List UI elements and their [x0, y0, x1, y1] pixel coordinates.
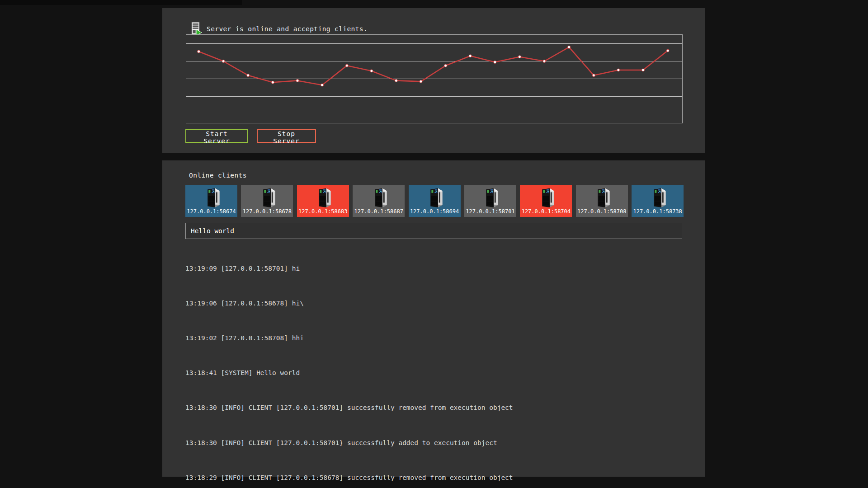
- client-tile-58674[interactable]: 127.0.0.1:58674: [185, 185, 237, 217]
- client-tile-58738[interactable]: 127.0.0.1:58738: [632, 185, 684, 217]
- log-line: 13:18:41 [SYSTEM] Hello world: [185, 369, 513, 377]
- start-server-button[interactable]: Start Server: [185, 129, 248, 143]
- client-address: 127.0.0.1:58704: [522, 208, 571, 215]
- computer-tower-icon: [591, 187, 612, 208]
- line-chart-canvas: [186, 35, 682, 123]
- online-clients-heading: Online clients: [189, 172, 247, 179]
- computer-tower-icon: [201, 187, 222, 208]
- computer-tower-icon: [647, 187, 668, 208]
- server-log: 13:19:09 [127.0.0.1:58701] hi 13:19:06 […: [185, 247, 513, 488]
- log-line: 13:19:06 [127.0.0.1:58678] hi\: [185, 299, 513, 308]
- log-line: 13:18:30 [INFO] CLIENT [127.0.0.1:58701}…: [185, 439, 513, 447]
- log-line: 13:18:29 [INFO] CLIENT [127.0.0.1:58678]…: [185, 474, 513, 482]
- stop-server-button[interactable]: Stop Server: [257, 129, 316, 143]
- computer-tower-icon: [424, 187, 445, 208]
- server-panel: Server is online and accepting clients. …: [162, 8, 705, 153]
- client-tile-58694[interactable]: 127.0.0.1:58694: [409, 185, 461, 217]
- computer-tower-icon: [312, 187, 333, 208]
- log-line: 13:19:02 [127.0.0.1:58708] hhi: [185, 334, 513, 343]
- client-address: 127.0.0.1:58738: [633, 208, 682, 215]
- client-address: 127.0.0.1:58708: [577, 208, 626, 215]
- client-tile-58701[interactable]: 127.0.0.1:58701: [464, 185, 516, 217]
- client-address: 127.0.0.1:58701: [466, 208, 514, 215]
- computer-tower-icon: [257, 187, 278, 208]
- client-address: 127.0.0.1:58687: [354, 208, 403, 215]
- computer-tower-icon: [480, 187, 500, 208]
- clients-panel: Online clients 127.0.0.1:58674: [162, 160, 705, 477]
- computer-tower-icon: [536, 187, 557, 208]
- server-buttons-row: Start Server Stop Server: [185, 129, 316, 143]
- client-address: 127.0.0.1:58683: [298, 208, 347, 215]
- client-address: 127.0.0.1:58678: [243, 208, 292, 215]
- client-tile-58708[interactable]: 127.0.0.1:58708: [576, 185, 628, 217]
- client-tile-58704[interactable]: 127.0.0.1:58704: [520, 185, 572, 217]
- message-input[interactable]: [185, 223, 682, 239]
- client-address: 127.0.0.1:58674: [187, 208, 236, 215]
- client-tile-58683[interactable]: 127.0.0.1:58683: [297, 185, 349, 217]
- screen-corner-black-strip: [0, 0, 242, 5]
- server-status-text: Server is online and accepting clients.: [207, 25, 368, 33]
- log-line: 13:19:09 [127.0.0.1:58701] hi: [185, 264, 513, 273]
- server-activity-chart: [186, 34, 683, 123]
- client-tile-58687[interactable]: 127.0.0.1:58687: [353, 185, 405, 217]
- client-tile-58678[interactable]: 127.0.0.1:58678: [241, 185, 293, 217]
- log-line: 13:18:30 [INFO] CLIENT [127.0.0.1:58701]…: [185, 404, 513, 412]
- client-address: 127.0.0.1:58694: [410, 208, 459, 215]
- client-tiles-row: 127.0.0.1:58674 127.0.0.1:58678: [185, 185, 684, 217]
- computer-tower-icon: [368, 187, 389, 208]
